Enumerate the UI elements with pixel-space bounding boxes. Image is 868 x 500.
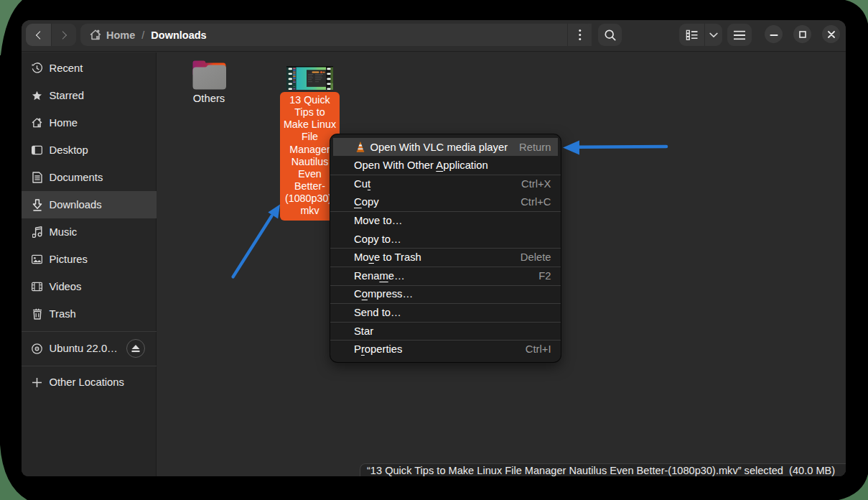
menu-item-label: Star [354, 325, 373, 337]
view-options-button[interactable] [704, 24, 722, 46]
forward-button[interactable] [51, 24, 76, 46]
chevron-down-icon [709, 32, 718, 38]
maximize-icon [799, 31, 806, 38]
hamburger-icon [734, 30, 745, 40]
menu-item-send-to[interactable]: Send to… [333, 303, 558, 322]
sidebar-item-label: Other Locations [50, 376, 124, 388]
folder-label: Others [175, 93, 243, 104]
forward-icon [59, 31, 67, 39]
sidebar-item-desktop[interactable]: Desktop [22, 136, 157, 164]
trash-icon [32, 308, 42, 320]
sidebar-item-downloads[interactable]: Downloads [22, 191, 157, 218]
menu-item-open-with-vlc[interactable]: Open With VLC media player Return [333, 138, 558, 157]
sidebar-item-label: Downloads [50, 199, 102, 210]
menu-item-move-to[interactable]: Move to… [333, 211, 558, 230]
list-view-button[interactable] [679, 24, 704, 46]
sidebar-item-recent[interactable]: Recent [22, 55, 157, 82]
minimize-button[interactable] [765, 25, 783, 43]
sidebar-item-label: Desktop [50, 144, 88, 156]
corner-top-right [845, 0, 868, 24]
back-button[interactable] [26, 24, 51, 46]
sidebar-item-trash[interactable]: Trash [22, 300, 157, 328]
path-bar[interactable]: Home / Downloads [80, 24, 592, 46]
menu-item-label: Open With Other Application [354, 159, 488, 171]
sidebar: Recent Starred Home Desktop [22, 52, 157, 476]
recent-icon [32, 62, 42, 74]
status-text: “13 Quick Tips to Make Linux File Manage… [367, 464, 835, 477]
menu-item-rename[interactable]: Rename… F2 [333, 267, 558, 285]
document-icon [32, 172, 42, 183]
corner-top-left [0, 0, 22, 55]
picture-icon [32, 254, 42, 264]
menu-item-label: Copy [354, 196, 379, 208]
corner-bottom-right [839, 474, 868, 500]
menu-item-open-with-other[interactable]: Open With Other Application [333, 156, 558, 175]
desktop-icon [32, 145, 42, 155]
sidebar-item-label: Ubuntu 22.0… [50, 343, 118, 354]
menu-item-accel: Ctrl+C [521, 196, 551, 208]
sidebar-item-pictures[interactable]: Pictures [22, 246, 157, 273]
eject-button[interactable] [126, 339, 145, 358]
breadcrumb-home[interactable]: Home [106, 29, 135, 41]
breadcrumb-separator: / [141, 29, 144, 41]
filename-line: 13 Quick [280, 94, 340, 106]
sidebar-item-label: Videos [50, 281, 82, 292]
kebab-icon [579, 29, 581, 32]
menu-item-properties[interactable]: Properties Ctrl+I [333, 340, 558, 358]
maximize-button[interactable] [793, 25, 811, 43]
back-icon [35, 31, 43, 39]
folder-item-others[interactable]: Others [175, 60, 243, 104]
sidebar-item-ubuntu-volume[interactable]: Ubuntu 22.0… [22, 332, 157, 365]
menu-item-star[interactable]: Star [333, 322, 558, 341]
sidebar-item-label: Recent [50, 62, 83, 74]
menu-item-label: Copy to… [354, 233, 401, 245]
list-view-icon [686, 29, 698, 40]
sidebar-item-label: Home [50, 117, 78, 129]
home-icon [90, 29, 101, 40]
vlc-icon [354, 141, 367, 153]
menu-item-accel: Ctrl+I [526, 343, 551, 355]
menu-item-accel: F2 [538, 270, 551, 282]
menu-item-label: Move to Trash [354, 251, 421, 263]
download-icon [32, 199, 42, 211]
close-button[interactable] [822, 25, 840, 43]
video-file-icon[interactable] [286, 66, 333, 90]
sidebar-item-label: Music [50, 226, 78, 238]
search-button[interactable] [598, 24, 622, 46]
sidebar-item-videos[interactable]: Videos [22, 273, 157, 300]
disc-icon [32, 343, 42, 355]
headerbar: Home / Downloads [22, 20, 846, 52]
breadcrumb-current[interactable]: Downloads [151, 29, 206, 41]
kebab-icon [579, 38, 581, 40]
sidebar-item-documents[interactable]: Documents [22, 164, 157, 191]
nav-group [26, 24, 76, 46]
menu-item-copy-to[interactable]: Copy to… [333, 230, 558, 249]
menu-item-accel: Ctrl+X [521, 178, 551, 190]
sidebar-item-label: Trash [50, 308, 76, 320]
sidebar-item-starred[interactable]: Starred [22, 82, 157, 109]
sidebar-item-label: Starred [50, 90, 85, 101]
menu-item-accel: Return [519, 142, 551, 153]
menu-item-label: Cut [354, 178, 370, 190]
filename-line: Tips to [280, 106, 340, 119]
path-menu-button[interactable] [567, 24, 592, 46]
terminal-window [307, 70, 326, 86]
sidebar-item-label: Documents [50, 172, 103, 183]
kebab-icon [579, 34, 581, 36]
filename-line: Make Linux [280, 119, 340, 131]
menu-item-label: Move to… [354, 215, 402, 226]
sidebar-item-home[interactable]: Home [22, 109, 157, 136]
star-icon [32, 90, 42, 101]
menu-item-label: Send to… [354, 307, 401, 318]
plus-icon [32, 377, 42, 388]
menu-item-move-to-trash[interactable]: Move to Trash Delete [333, 248, 558, 267]
home-small-icon [32, 117, 42, 129]
menu-item-cut[interactable]: Cut Ctrl+X [333, 175, 558, 193]
sidebar-item-music[interactable]: Music [22, 218, 157, 246]
main-menu-button[interactable] [727, 24, 752, 46]
sidebar-item-other-locations[interactable]: Other Locations [22, 369, 157, 396]
menu-item-compress[interactable]: Compress… [333, 285, 558, 304]
menu-item-copy[interactable]: Copy Ctrl+C [333, 193, 558, 212]
close-icon [828, 31, 835, 38]
music-icon [32, 226, 42, 238]
